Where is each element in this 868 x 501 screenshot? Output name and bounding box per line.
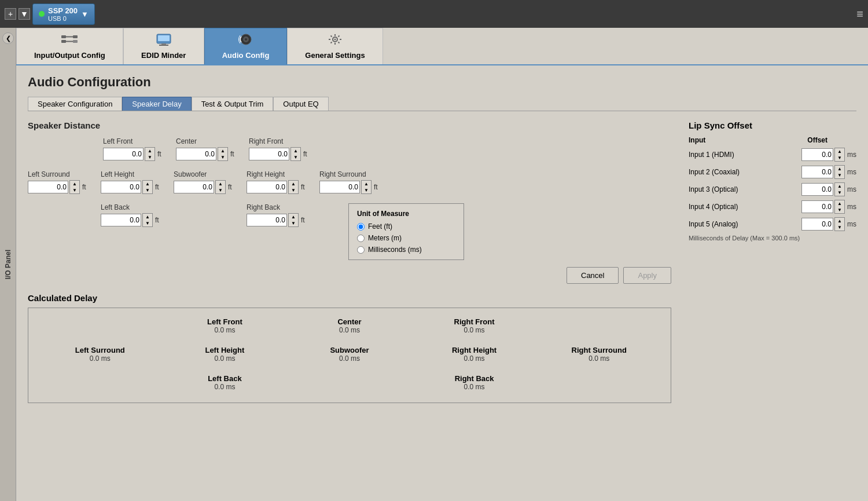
lh-up[interactable]: ▲ <box>143 181 152 187</box>
csub-value: 0.0 ms <box>339 354 360 363</box>
sub-tab-test-output[interactable]: Test & Output Trim <box>192 97 274 111</box>
tab-io[interactable]: Input/Output Config <box>16 28 123 64</box>
lh-down[interactable]: ▼ <box>143 187 152 193</box>
rb-up[interactable]: ▲ <box>289 214 298 220</box>
ls-spin-3[interactable]: ▲ ▼ <box>834 182 845 196</box>
rf-spinner[interactable]: ▲ ▼ <box>290 147 301 161</box>
radio-meters-input[interactable] <box>357 235 365 242</box>
ls-input[interactable] <box>28 181 68 193</box>
rs-down[interactable]: ▼ <box>362 187 371 193</box>
lb-up[interactable]: ▲ <box>143 214 152 220</box>
tab-general[interactable]: General Settings <box>287 28 382 64</box>
rs-spinner[interactable]: ▲ ▼ <box>361 180 372 194</box>
tab-audio[interactable]: Audio Config <box>204 28 288 64</box>
audio-icon <box>238 33 254 49</box>
rh-input[interactable] <box>247 181 287 193</box>
calc-delay-box: Left Front 0.0 ms Center 0.0 ms Right Fr… <box>28 308 671 403</box>
cancel-button[interactable]: Cancel <box>567 267 619 284</box>
svg-rect-0 <box>61 35 66 38</box>
menu-icon[interactable]: ≡ <box>856 8 863 21</box>
ls-spin-4[interactable]: ▲ ▼ <box>834 200 845 214</box>
lf-spinner[interactable]: ▲ ▼ <box>145 147 155 161</box>
ls-spin-5-up[interactable]: ▲ <box>835 218 844 224</box>
rb-unit: ft <box>301 216 305 224</box>
rf-up[interactable]: ▲ <box>291 148 300 154</box>
ls-spin-2-down[interactable]: ▼ <box>835 172 844 178</box>
sub-up[interactable]: ▲ <box>216 181 225 187</box>
ls-spin-2-up[interactable]: ▲ <box>835 166 844 172</box>
ls-input-1[interactable] <box>801 148 833 161</box>
ls-spin-3-up[interactable]: ▲ <box>835 183 844 189</box>
ls-spin-5[interactable]: ▲ ▼ <box>834 217 845 231</box>
lh-spinner[interactable]: ▲ ▼ <box>142 180 153 194</box>
lh-input[interactable] <box>101 181 141 193</box>
lb-down[interactable]: ▼ <box>143 220 152 226</box>
center-input[interactable] <box>176 148 216 160</box>
center-up[interactable]: ▲ <box>218 148 227 154</box>
device-selector[interactable]: SSP 200 USB 0 ▼ <box>32 3 95 25</box>
radio-meters[interactable]: Meters (m) <box>357 234 455 242</box>
sub-tab-output-eq[interactable]: Output EQ <box>273 97 328 111</box>
ls-spin-1[interactable]: ▲ ▼ <box>834 148 845 162</box>
content-area: Input/Output Config EDID Minder <box>16 28 868 501</box>
ls-spin-4-down[interactable]: ▼ <box>835 207 844 213</box>
sub-tab-speaker-delay[interactable]: Speaker Delay <box>122 97 191 111</box>
ls-input-4[interactable] <box>801 200 833 213</box>
main-layout: ❮ I/O Panel Input/Output Config <box>0 28 868 501</box>
rf-input[interactable] <box>249 148 289 160</box>
apply-button[interactable]: Apply <box>623 267 671 284</box>
sub-input[interactable] <box>174 181 214 193</box>
ls-input-1-group: ▲ ▼ ms <box>801 148 856 162</box>
rh-up[interactable]: ▲ <box>289 181 298 187</box>
ls-spin-1-up[interactable]: ▲ <box>835 148 844 155</box>
rh-spinner[interactable]: ▲ ▼ <box>288 180 299 194</box>
nav-down-button[interactable]: ▼ <box>19 8 30 20</box>
ls-spin-1-down[interactable]: ▼ <box>835 155 844 161</box>
ls-input-5[interactable] <box>801 218 833 231</box>
radio-ms-input[interactable] <box>357 246 365 254</box>
ls-spin-5-down[interactable]: ▼ <box>835 224 844 231</box>
lip-sync-row-4: Input 4 (Optical) ▲ ▼ ms <box>689 200 856 214</box>
rb-down[interactable]: ▼ <box>289 220 298 226</box>
ls-down[interactable]: ▼ <box>70 187 79 193</box>
lf-up[interactable]: ▲ <box>145 148 155 154</box>
lip-sync-note: Milliseconds of Delay (Max = 300.0 ms) <box>689 235 856 242</box>
ls-spinner[interactable]: ▲ ▼ <box>69 180 80 194</box>
center-spinner[interactable]: ▲ ▼ <box>218 147 228 161</box>
lip-sync-header: Input Offset <box>689 136 856 144</box>
lf-down[interactable]: ▼ <box>145 154 155 160</box>
side-panel-toggle[interactable]: ❮ <box>2 32 14 44</box>
sub-tab-speaker-config[interactable]: Speaker Configuration <box>28 97 122 111</box>
ls-spin-3-down[interactable]: ▼ <box>835 189 844 196</box>
lb-spinner[interactable]: ▲ ▼ <box>142 213 153 227</box>
speaker-distance-title: Speaker Distance <box>28 120 671 130</box>
lf-input[interactable] <box>103 148 144 160</box>
add-button[interactable]: + <box>5 8 16 20</box>
ls-spin-2[interactable]: ▲ ▼ <box>834 165 845 179</box>
radio-feet-input[interactable] <box>357 223 365 231</box>
rh-down[interactable]: ▼ <box>289 187 298 193</box>
clh-value: 0.0 ms <box>214 354 235 363</box>
sub-down[interactable]: ▼ <box>216 187 225 193</box>
center-down[interactable]: ▼ <box>218 154 227 160</box>
tab-edid[interactable]: EDID Minder <box>123 28 204 64</box>
rb-input[interactable] <box>247 214 287 226</box>
page-content: Audio Configuration Speaker Configuratio… <box>16 65 868 501</box>
nav-tabs: Input/Output Config EDID Minder <box>16 28 868 65</box>
ls-up[interactable]: ▲ <box>70 181 79 187</box>
unit-measure-box: Unit of Measure Feet (ft) Meters (m) <box>348 203 464 260</box>
speaker-right-height: Right Height ▲ ▼ ft <box>247 170 310 194</box>
rs-input[interactable] <box>319 181 360 193</box>
radio-feet[interactable]: Feet (ft) <box>357 222 455 231</box>
ls-input-3[interactable] <box>801 183 833 196</box>
io-icon <box>61 33 78 49</box>
radio-ms[interactable]: Milliseconds (ms) <box>357 246 455 254</box>
lb-input[interactable] <box>101 214 141 226</box>
side-panel-label[interactable]: I/O Panel <box>4 250 12 279</box>
rb-spinner[interactable]: ▲ ▼ <box>288 213 299 227</box>
ls-spin-4-up[interactable]: ▲ <box>835 200 844 207</box>
sub-spinner[interactable]: ▲ ▼ <box>215 180 226 194</box>
ls-input-2[interactable] <box>801 166 833 178</box>
rs-up[interactable]: ▲ <box>362 181 371 187</box>
rf-down[interactable]: ▼ <box>291 154 300 160</box>
